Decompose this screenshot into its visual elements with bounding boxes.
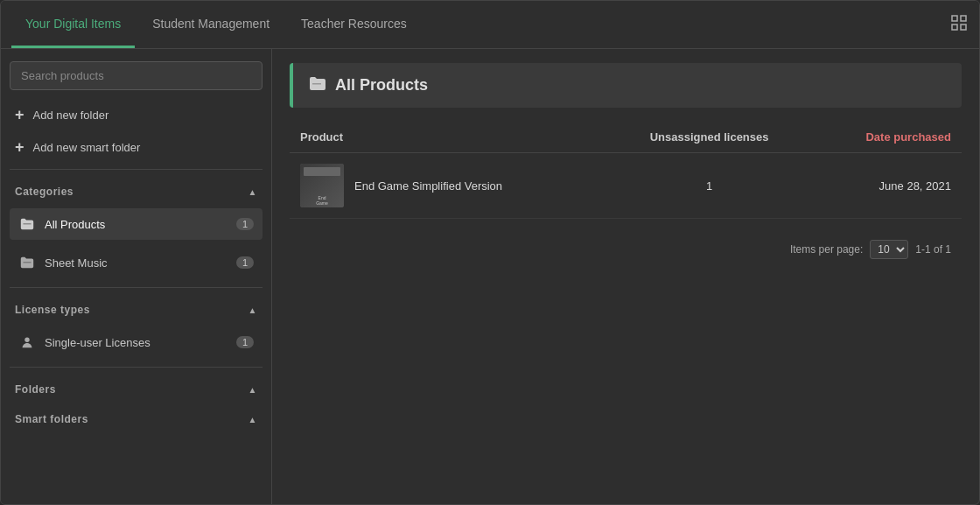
col-header-date: Date purchased xyxy=(809,122,962,153)
categories-chevron: ▲ xyxy=(248,187,257,197)
expand-icon[interactable] xyxy=(951,15,967,34)
all-products-badge: 1 xyxy=(236,218,254,230)
divider-1 xyxy=(10,169,262,170)
app-container: Your Digital Items Student Management Te… xyxy=(0,0,980,505)
add-smart-folder-button[interactable]: + Add new smart folder xyxy=(10,135,262,160)
categories-header[interactable]: Categories ▲ xyxy=(10,179,262,201)
plus-icon: + xyxy=(15,106,24,124)
svg-rect-7 xyxy=(312,83,321,85)
folders-label: Folders xyxy=(15,383,56,396)
smart-folders-label: Smart folders xyxy=(15,413,88,425)
folders-header[interactable]: Folders ▲ xyxy=(10,376,262,399)
date-purchased-cell: June 28, 2021 xyxy=(809,153,962,219)
tab-student-management[interactable]: Student Management xyxy=(138,1,284,48)
sidebar-item-all-products[interactable]: All Products 1 xyxy=(10,208,262,240)
license-types-header[interactable]: License types ▲ xyxy=(10,297,262,319)
svg-point-6 xyxy=(24,338,29,342)
folder-icon xyxy=(18,215,36,233)
smart-folders-chevron: ▲ xyxy=(248,415,257,424)
sheet-music-icon xyxy=(18,254,36,271)
col-header-product: Product xyxy=(290,122,609,153)
per-page-select[interactable]: 10 25 50 xyxy=(870,240,908,259)
sidebar: + Add new folder + Add new smart folder … xyxy=(1,49,272,504)
right-panel: All Products Product Unsassigned license… xyxy=(272,49,979,504)
smart-folders-header[interactable]: Smart folders ▲ xyxy=(10,406,262,429)
sheet-music-label: Sheet Music xyxy=(45,256,228,270)
single-user-icon xyxy=(18,333,36,351)
pagination-bar: Items per page: 10 25 50 1-1 of 1 xyxy=(290,233,962,266)
products-table: Product Unsassigned licenses Date purcha… xyxy=(290,122,962,219)
svg-rect-2 xyxy=(952,25,957,30)
license-types-chevron: ▲ xyxy=(248,305,257,315)
sidebar-item-sheet-music[interactable]: Sheet Music 1 xyxy=(10,247,262,278)
product-cell: EndGame End Game Simplified Version xyxy=(290,153,609,219)
divider-3 xyxy=(10,367,262,368)
section-title-icon xyxy=(307,74,326,97)
svg-rect-4 xyxy=(24,223,32,224)
svg-rect-1 xyxy=(961,16,966,21)
single-user-label: Single-user Licenses xyxy=(45,336,228,349)
product-name: End Game Simplified Version xyxy=(354,179,502,193)
folders-chevron: ▲ xyxy=(248,385,257,395)
svg-rect-0 xyxy=(952,16,957,21)
plus-smart-icon: + xyxy=(15,138,24,157)
add-folder-button[interactable]: + Add new folder xyxy=(10,102,262,128)
add-folder-label: Add new folder xyxy=(33,109,109,122)
sheet-music-badge: 1 xyxy=(236,256,254,269)
tab-teacher-resources[interactable]: Teacher Resources xyxy=(287,1,421,48)
header-tabs: Your Digital Items Student Management Te… xyxy=(1,1,979,49)
single-user-badge: 1 xyxy=(236,336,254,348)
product-thumbnail: EndGame xyxy=(300,164,344,207)
unsassigned-licenses-cell: 1 xyxy=(609,153,809,219)
add-smart-folder-label: Add new smart folder xyxy=(33,141,141,154)
section-title-bar: All Products xyxy=(290,63,962,108)
search-input[interactable] xyxy=(10,61,262,90)
main-content: + Add new folder + Add new smart folder … xyxy=(1,49,979,504)
tab-your-digital-items[interactable]: Your Digital Items xyxy=(11,1,135,48)
col-header-licenses: Unsassigned licenses xyxy=(609,122,809,153)
divider-2 xyxy=(10,287,262,288)
items-per-page-label: Items per page: xyxy=(790,243,863,256)
table-row[interactable]: EndGame End Game Simplified Version 1 Ju… xyxy=(290,153,962,219)
pagination-range: 1-1 of 1 xyxy=(915,243,951,256)
svg-rect-3 xyxy=(961,25,966,30)
categories-label: Categories xyxy=(15,186,74,198)
svg-rect-5 xyxy=(24,262,32,263)
all-products-label: All Products xyxy=(45,218,228,231)
section-title: All Products xyxy=(335,76,428,95)
sidebar-item-single-user[interactable]: Single-user Licenses 1 xyxy=(10,326,262,358)
license-types-label: License types xyxy=(15,304,90,316)
